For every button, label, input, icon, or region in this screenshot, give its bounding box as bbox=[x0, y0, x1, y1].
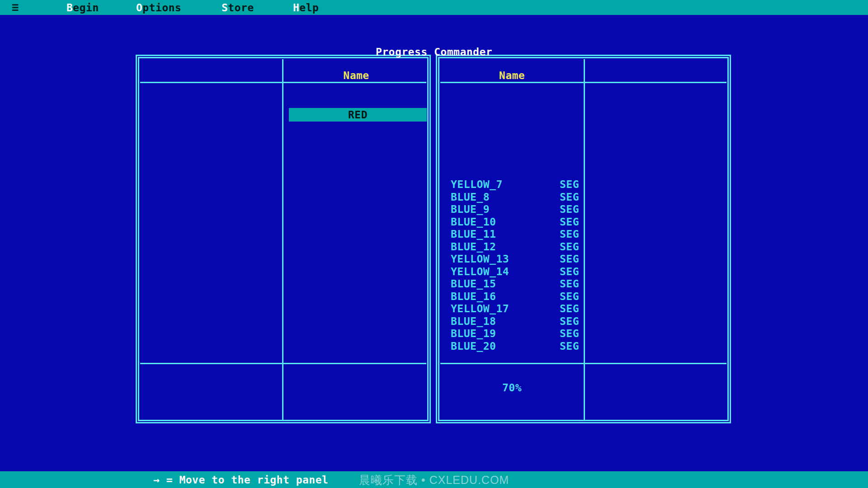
progress-percentage: 70% bbox=[440, 381, 584, 394]
left-panel-column-divider bbox=[282, 59, 283, 420]
watermark-text: 晨曦乐下载 • CXLEDU.COM bbox=[0, 471, 868, 488]
right-panel: Name YELLOW_7SEG BLUE_8SEG BLUE_9SEG BLU… bbox=[436, 55, 731, 423]
file-name: YELLOW_13 bbox=[451, 253, 509, 266]
menu-hotkey: H bbox=[293, 2, 299, 14]
file-ext: SEG bbox=[560, 178, 579, 191]
file-name: BLUE_9 bbox=[451, 203, 490, 216]
file-row[interactable]: YELLOW_17SEG bbox=[437, 303, 730, 315]
menu-label: tore bbox=[228, 2, 254, 14]
menu-item-store[interactable]: Store bbox=[222, 0, 254, 15]
selected-file-red[interactable]: RED bbox=[289, 108, 427, 122]
file-ext: SEG bbox=[560, 241, 579, 253]
file-row[interactable]: BLUE_18SEG bbox=[437, 315, 730, 328]
hamburger-menu-icon[interactable]: ≡ bbox=[12, 0, 19, 15]
file-name: YELLOW_7 bbox=[451, 178, 503, 191]
file-name: BLUE_11 bbox=[451, 228, 496, 241]
menu-item-options[interactable]: Options bbox=[136, 0, 181, 15]
file-ext: SEG bbox=[560, 340, 579, 353]
left-panel-name-header: Name bbox=[283, 69, 429, 82]
left-panel: Name RED bbox=[136, 55, 431, 423]
file-row[interactable]: BLUE_20SEG bbox=[437, 340, 730, 353]
file-name: BLUE_10 bbox=[451, 216, 496, 229]
file-row[interactable]: BLUE_9SEG bbox=[437, 203, 730, 216]
menu-hotkey: O bbox=[136, 2, 142, 14]
status-bar: → = Move to the right panel 晨曦乐下载 • CXLE… bbox=[0, 471, 868, 488]
menu-hotkey: B bbox=[66, 2, 73, 14]
file-name: BLUE_18 bbox=[451, 315, 496, 328]
right-panel-footer-separator bbox=[440, 363, 726, 364]
file-name: BLUE_8 bbox=[451, 191, 490, 204]
left-panel-header-separator bbox=[140, 82, 426, 83]
file-list: YELLOW_7SEG BLUE_8SEG BLUE_9SEG BLUE_10S… bbox=[437, 178, 730, 352]
menu-bar: ≡ Begin Options Store Help bbox=[0, 0, 868, 15]
file-row[interactable]: BLUE_16SEG bbox=[437, 291, 730, 303]
menu-label: ptions bbox=[142, 2, 181, 14]
file-ext: SEG bbox=[560, 216, 579, 229]
file-row[interactable]: BLUE_11SEG bbox=[437, 228, 730, 241]
file-row[interactable]: BLUE_8SEG bbox=[437, 191, 730, 204]
file-name: BLUE_20 bbox=[451, 340, 496, 353]
file-ext: SEG bbox=[560, 291, 579, 303]
file-name: YELLOW_14 bbox=[451, 266, 509, 278]
file-ext: SEG bbox=[560, 253, 579, 266]
menu-item-help[interactable]: Help bbox=[293, 0, 319, 15]
file-ext: SEG bbox=[560, 203, 579, 216]
file-row[interactable]: BLUE_19SEG bbox=[437, 328, 730, 340]
file-ext: SEG bbox=[560, 303, 579, 315]
file-name: BLUE_16 bbox=[451, 291, 496, 303]
right-panel-header-separator bbox=[440, 82, 726, 83]
file-row[interactable]: YELLOW_14SEG bbox=[437, 266, 730, 278]
file-name: BLUE_12 bbox=[451, 241, 496, 253]
file-ext: SEG bbox=[560, 315, 579, 328]
menu-label: egin bbox=[73, 2, 99, 14]
left-panel-footer-separator bbox=[140, 363, 426, 364]
file-row[interactable]: YELLOW_7SEG bbox=[437, 178, 730, 191]
file-row[interactable]: BLUE_10SEG bbox=[437, 216, 730, 229]
file-name: BLUE_15 bbox=[451, 278, 496, 291]
file-ext: SEG bbox=[560, 266, 579, 278]
right-panel-name-header: Name bbox=[440, 69, 584, 82]
file-ext: SEG bbox=[560, 278, 579, 291]
file-row[interactable]: YELLOW_13SEG bbox=[437, 253, 730, 266]
menu-item-begin[interactable]: Begin bbox=[66, 0, 99, 15]
menu-hotkey: S bbox=[222, 2, 228, 14]
file-name: BLUE_19 bbox=[451, 328, 496, 340]
file-ext: SEG bbox=[560, 191, 579, 204]
file-ext: SEG bbox=[560, 328, 579, 340]
file-row[interactable]: BLUE_12SEG bbox=[437, 241, 730, 253]
page-title: Progress Commander bbox=[0, 46, 868, 58]
file-row[interactable]: BLUE_15SEG bbox=[437, 278, 730, 291]
file-name: YELLOW_17 bbox=[451, 303, 509, 315]
file-ext: SEG bbox=[560, 228, 579, 241]
menu-label: elp bbox=[299, 2, 319, 14]
